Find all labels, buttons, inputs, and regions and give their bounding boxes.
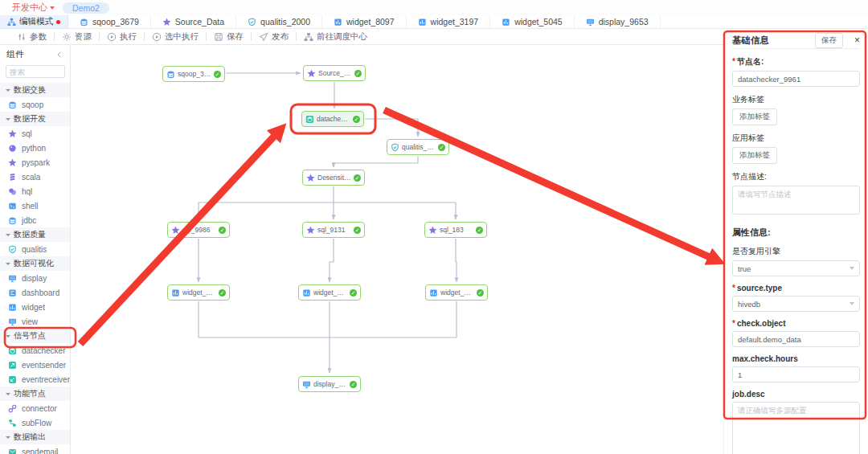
database-icon (8, 100, 18, 109)
sidebar-item-qualitis[interactable]: qualitis (0, 242, 70, 256)
tab-widget_5045[interactable]: widget_5045 (490, 15, 575, 28)
toolbar-sliders-button[interactable]: 参数 (10, 31, 54, 43)
field-textarea[interactable] (732, 186, 860, 215)
tab-Source_Data[interactable]: Source_Data (151, 15, 236, 28)
dag-node-display_9653[interactable]: display_9653✓ (298, 376, 361, 392)
dag-node-widget_3197[interactable]: widget_3197✓ (425, 284, 488, 301)
status-success-icon: ✓ (354, 174, 361, 182)
sidebar-item-dashboard[interactable]: dashboard (0, 285, 70, 300)
dag-node-Source_Data[interactable]: Source_Data✓ (303, 65, 366, 81)
tab-display_9653[interactable]: display_9653 (575, 15, 661, 28)
display-icon (586, 18, 595, 27)
sidebar-item-hql[interactable]: hql (0, 184, 70, 198)
field-max.check.hours: max.check.hours (732, 354, 860, 382)
sliders-icon (17, 32, 27, 42)
panel-save-button[interactable]: 保存 (815, 33, 843, 48)
toolbar-gear-button[interactable]: 资源 (55, 31, 99, 43)
dag-node-widget_8097[interactable]: widget_8097✓ (167, 284, 230, 301)
item-label: hql (22, 187, 32, 196)
display-icon (302, 380, 311, 389)
tab-label: qualitis_2000 (260, 17, 310, 27)
layers-icon (8, 173, 18, 182)
dag-node-qualitis_2000[interactable]: qualitis_2000✓ (387, 139, 449, 155)
tab-widget_8097[interactable]: widget_8097 (322, 15, 407, 28)
sidebar-item-view[interactable]: view (0, 314, 70, 329)
sidebar-item-widget[interactable]: widget (0, 300, 70, 314)
sidebar-item-subFlow[interactable]: subFlow (0, 415, 70, 430)
sidebar-title: 组件 (6, 48, 24, 60)
app-switcher[interactable]: 开发中心 (12, 2, 55, 14)
sidebar-item-connector[interactable]: connector (0, 401, 70, 415)
widget-icon (502, 18, 510, 27)
item-label: sql (22, 129, 32, 138)
field-label: 是否复用引擎 (732, 246, 860, 257)
sidebar-group-信号节点[interactable]: 信号节点 (0, 329, 70, 343)
dag-node-sql_9986[interactable]: sql_9986✓ (167, 222, 230, 238)
field-input[interactable] (732, 331, 860, 347)
workspace-tab[interactable]: Demo2 (63, 2, 109, 14)
field-应用标签: 应用标签添加标签 (732, 133, 860, 164)
item-label: view (22, 317, 38, 326)
tab-widget_3197[interactable]: widget_3197 (407, 15, 491, 28)
sidebar-item-eventsender[interactable]: eventsender (0, 358, 70, 372)
sidebar-item-jdbc[interactable]: jdbc (0, 213, 70, 227)
toolbar-play-button[interactable]: 选中执行 (145, 31, 206, 43)
toolbar-save-button[interactable]: 保存 (207, 31, 251, 43)
sidebar-item-sql[interactable]: sql (0, 126, 70, 141)
dag-node-widget_5045[interactable]: widget_5045✓ (298, 284, 361, 301)
field-input[interactable] (732, 71, 860, 87)
component-search-input[interactable] (6, 65, 65, 78)
toolbar-play-button[interactable]: 执行 (100, 31, 144, 43)
item-label: python (22, 144, 46, 153)
collapse-sidebar-icon[interactable] (55, 51, 63, 59)
sidebar-item-sqoop[interactable]: sqoop (0, 97, 70, 112)
sidebar-group-功能节点[interactable]: 功能节点 (0, 387, 70, 401)
datachecker-icon (305, 115, 314, 124)
sidebar-item-python[interactable]: python (0, 141, 70, 155)
sidebar-group-数据质量[interactable]: 数据质量 (0, 227, 70, 242)
tab-sqoop_3679[interactable]: sqoop_3679 (68, 15, 151, 28)
display-icon (8, 317, 18, 326)
sidebar-item-shell[interactable]: shell (0, 198, 70, 213)
shell-icon (8, 202, 18, 211)
mail-icon (8, 448, 18, 454)
tab-label: widget_8097 (346, 17, 395, 27)
toolbar-sitemap-button[interactable]: 前往调度中心 (297, 31, 375, 43)
item-label: sendemail (22, 448, 59, 454)
add-tag-button[interactable]: 添加标签 (732, 147, 777, 164)
sidebar-item-sendemail[interactable]: sendemail (0, 444, 70, 454)
dag-node-sqoop_3679[interactable]: sqoop_3679✓ (162, 66, 225, 82)
field-select[interactable]: hivedb (732, 296, 860, 312)
widget-icon (8, 303, 18, 312)
sidebar-group-数据开发[interactable]: 数据开发 (0, 112, 70, 126)
close-icon[interactable]: × (854, 35, 860, 45)
tab-qualitis_2000[interactable]: qualitis_2000 (236, 15, 322, 28)
dag-node-sql_9131[interactable]: sql_9131✓ (302, 222, 365, 238)
field-textarea[interactable] (732, 402, 860, 454)
panel-fields: *节点名:业务标签添加标签应用标签添加标签节点描述:属性信息:是否复用引擎tru… (732, 56, 860, 454)
field-节点名: *节点名: (732, 56, 860, 87)
dag-node-sql_183[interactable]: sql_183✓ (424, 222, 487, 238)
add-tag-button[interactable]: 添加标签 (732, 108, 777, 125)
field-input[interactable] (732, 366, 860, 382)
tab-edit-mode[interactable]: 编辑模式 (0, 15, 68, 28)
sidebar-group-数据可视化[interactable]: 数据可视化 (0, 256, 70, 271)
sidebar-item-eventreceiver[interactable]: eventreceiver (0, 372, 70, 387)
sidebar-group-数据输出[interactable]: 数据输出 (0, 430, 70, 444)
node-label: display_9653 (313, 380, 347, 388)
sidebar-group-数据交换[interactable]: 数据交换 (0, 83, 70, 97)
chevron-down-icon (6, 335, 10, 337)
field-select[interactable]: true (732, 260, 860, 276)
status-success-icon: ✓ (219, 227, 226, 234)
widget-icon (429, 288, 438, 297)
dag-node-datachecker[interactable]: datachecker...✓ (301, 111, 364, 127)
sidebar-item-datachecker[interactable]: datachecker (0, 343, 70, 358)
node-label: sql_9986 (182, 226, 216, 234)
dag-node-Desensitized[interactable]: Desensitized...✓ (302, 170, 365, 186)
sidebar-item-pyspark[interactable]: pyspark (0, 155, 70, 170)
toolbar-send-button[interactable]: 发布 (252, 31, 296, 43)
sidebar-item-display[interactable]: display (0, 271, 70, 285)
item-label: datachecker (22, 346, 65, 355)
shield-icon (8, 245, 18, 254)
sidebar-item-scala[interactable]: scala (0, 170, 70, 184)
